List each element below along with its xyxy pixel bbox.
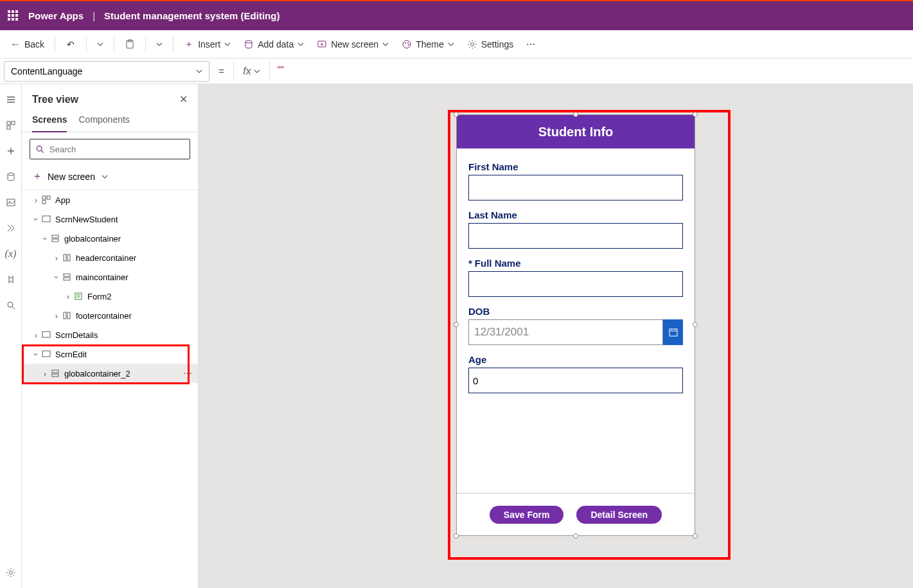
tree-node-scrnnewstudent[interactable]: › ScrnNewStudent — [22, 209, 198, 229]
chevron-down-icon — [224, 41, 231, 48]
new-screen-label: New screen — [331, 39, 378, 49]
paste-dropdown[interactable] — [151, 34, 168, 55]
fx-label: fx — [243, 66, 251, 77]
label-firstname: First Name — [468, 161, 683, 172]
gear-icon — [467, 39, 477, 49]
node-label: footercontainer — [76, 311, 132, 321]
chevron-down-icon — [156, 41, 163, 48]
calendar-button[interactable] — [663, 319, 683, 345]
tree-search[interactable] — [30, 139, 190, 159]
separator — [86, 37, 87, 52]
svg-point-5 — [405, 42, 406, 44]
left-rail: (x) — [0, 84, 22, 588]
chevron-down-icon — [254, 68, 260, 75]
input-fullname[interactable] — [468, 271, 683, 297]
tab-components[interactable]: Components — [78, 111, 129, 132]
rail-hamburger-icon[interactable] — [4, 93, 17, 106]
tree-node-globalcontainer2[interactable]: › globalcontainer_2 ⋯ — [22, 364, 198, 383]
search-input[interactable] — [49, 145, 184, 154]
close-icon[interactable]: ✕ — [179, 93, 188, 105]
tree-node-app[interactable]: › App — [22, 190, 198, 209]
tree-node-maincontainer[interactable]: › maincontainer — [22, 267, 198, 287]
property-selector[interactable]: ContentLanguage — [4, 61, 209, 82]
rail-insert-icon[interactable] — [4, 145, 17, 157]
tree-node-scrndetails[interactable]: › ScrnDetails — [22, 325, 198, 344]
tree-node-globalcontainer[interactable]: › globalcontainer — [22, 229, 198, 248]
preview-footer: Save Form Detail Screen — [457, 493, 695, 535]
chevron-down-icon: › — [52, 272, 62, 282]
rail-variables-icon[interactable]: (x) — [4, 247, 17, 260]
hcontainer-icon — [62, 253, 72, 263]
new-screen-button[interactable]: ＋ New screen — [22, 166, 198, 190]
file-name: Student management system (Editing) — [104, 10, 279, 21]
back-button[interactable]: ← Back — [5, 34, 49, 55]
command-bar: ← Back ↶ ＋ Insert Add data New screen — [0, 30, 913, 58]
add-data-label: Add data — [258, 39, 294, 49]
theme-button[interactable]: Theme — [396, 34, 459, 55]
settings-button[interactable]: Settings — [462, 34, 519, 55]
svg-point-17 — [37, 146, 42, 151]
svg-point-4 — [403, 40, 411, 48]
separator — [114, 37, 114, 52]
svg-rect-32 — [42, 351, 50, 357]
node-label: globalcontainer — [64, 234, 121, 244]
svg-rect-21 — [42, 216, 50, 222]
canvas[interactable]: Student Info First Name Last Name *Full … — [199, 84, 913, 588]
detail-button[interactable]: Detail Screen — [576, 506, 662, 524]
undo-dropdown[interactable] — [92, 34, 109, 55]
svg-rect-34 — [52, 374, 58, 377]
label-lastname: Last Name — [468, 209, 683, 220]
paste-button[interactable] — [120, 34, 140, 55]
fx-button[interactable]: fx — [239, 66, 263, 77]
svg-rect-28 — [75, 293, 82, 299]
rail-data-icon[interactable] — [4, 170, 17, 183]
undo-button[interactable]: ↶ — [60, 34, 81, 55]
rail-search-icon[interactable] — [4, 299, 17, 312]
ellipsis-icon: ⋯ — [526, 39, 535, 49]
svg-point-2 — [245, 40, 252, 43]
label-dob: DOB — [468, 306, 683, 317]
svg-rect-18 — [42, 196, 46, 199]
svg-rect-27 — [64, 278, 70, 280]
node-label: ScrnEdit — [55, 350, 87, 359]
plus-icon: ＋ — [184, 39, 194, 49]
plus-icon: ＋ — [32, 170, 42, 183]
more-commands-button[interactable]: ⋯ — [521, 34, 540, 55]
formula-bar: ContentLanguage = fx "" — [0, 58, 913, 84]
chevron-right-icon: › — [31, 195, 41, 205]
svg-rect-19 — [47, 196, 50, 199]
tree-node-headercontainer[interactable]: › headercontainer — [22, 248, 198, 267]
node-label: headercontainer — [76, 253, 136, 263]
main-area: (x) Tree view ✕ Screens Components ＋ New… — [0, 84, 913, 588]
tree-node-form2[interactable]: › Form2 — [22, 287, 198, 306]
input-firstname[interactable] — [468, 175, 683, 200]
formula-input[interactable]: "" — [275, 64, 909, 78]
search-icon — [35, 145, 44, 154]
rail-media-icon[interactable] — [4, 196, 17, 209]
back-arrow-icon: ← — [10, 39, 21, 50]
rail-settings-icon[interactable] — [4, 566, 17, 579]
add-data-button[interactable]: Add data — [238, 34, 309, 55]
tab-screens[interactable]: Screens — [32, 111, 67, 132]
label-age: Age — [468, 354, 683, 365]
ellipsis-icon[interactable]: ⋯ — [183, 368, 193, 379]
chevron-down-icon: › — [31, 349, 41, 359]
svg-point-16 — [9, 571, 12, 575]
chevron-right-icon: › — [63, 292, 73, 301]
new-screen-button[interactable]: New screen — [312, 34, 394, 55]
chevron-down-icon: › — [40, 233, 50, 244]
insert-button[interactable]: ＋ Insert — [179, 34, 236, 55]
rail-tree-icon[interactable] — [4, 119, 17, 132]
input-lastname[interactable] — [468, 223, 683, 249]
chevron-down-icon — [448, 41, 454, 48]
back-label: Back — [24, 39, 44, 49]
tree-node-scrnedit[interactable]: › ScrnEdit — [22, 344, 198, 364]
save-button[interactable]: Save Form — [490, 506, 564, 524]
input-dob[interactable] — [468, 319, 663, 345]
rail-tools-icon[interactable] — [4, 273, 17, 286]
node-label: globalcontainer_2 — [64, 369, 130, 379]
input-age[interactable] — [468, 368, 683, 393]
tree-node-footercontainer[interactable]: › footercontainer — [22, 306, 198, 325]
waffle-icon[interactable] — [8, 10, 19, 22]
rail-flows-icon[interactable] — [4, 222, 17, 235]
